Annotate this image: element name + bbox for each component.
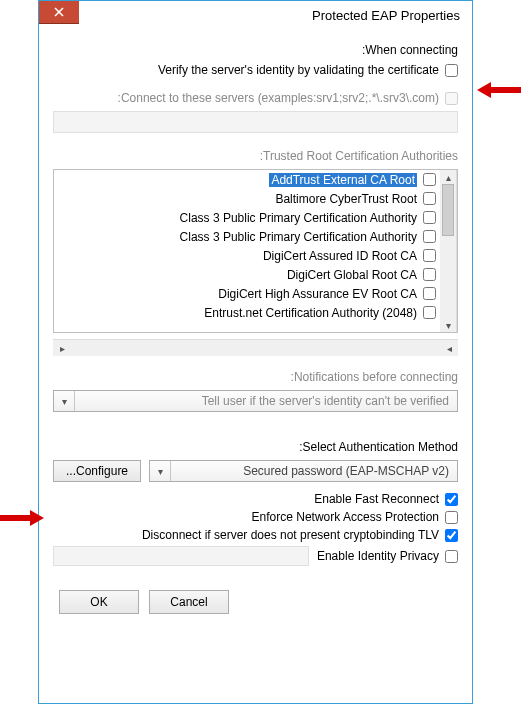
callout-arrow-configure	[0, 510, 42, 526]
ca-item[interactable]: Class 3 Public Primary Certification Aut…	[54, 227, 440, 246]
ca-item[interactable]: Baltimore CyberTrust Root	[54, 189, 440, 208]
ca-item-label: Class 3 Public Primary Certification Aut…	[180, 230, 417, 244]
ca-item-checkbox[interactable]	[423, 230, 436, 243]
ca-item-checkbox[interactable]	[423, 249, 436, 262]
close-button[interactable]	[39, 1, 79, 24]
ca-item-label: DigiCert Assured ID Root CA	[263, 249, 417, 263]
connect-servers-input	[445, 92, 458, 105]
ca-item[interactable]: DigiCert Assured ID Root CA	[54, 246, 440, 265]
identity-privacy-checkbox[interactable]: Enable Identity Privacy	[317, 549, 458, 563]
ca-item-label: Baltimore CyberTrust Root	[275, 192, 417, 206]
peap-properties-dialog: Protected EAP Properties When connecting…	[38, 0, 473, 704]
ca-item-checkbox[interactable]	[423, 211, 436, 224]
ok-button-label: OK	[90, 595, 107, 609]
cryptobinding-input[interactable]	[445, 529, 458, 542]
cryptobinding-checkbox[interactable]: Disconnect if server does not present cr…	[53, 528, 458, 542]
scroll-up-icon[interactable]: ▴	[441, 170, 455, 184]
ca-item-label: Entrust.net Certification Authority (204…	[204, 306, 417, 320]
ca-item-label: DigiCert Global Root CA	[287, 268, 417, 282]
chevron-down-icon[interactable]: ▾	[150, 461, 171, 481]
auth-method-value: Secured password (EAP-MSCHAP v2)	[171, 461, 457, 481]
notifications-value: Tell user if the server's identity can't…	[75, 391, 457, 411]
scroll-right-icon[interactable]: ▸	[55, 342, 69, 354]
ca-item[interactable]: AddTrust External CA Root	[54, 170, 440, 189]
window-title: Protected EAP Properties	[39, 8, 460, 23]
verify-identity-label: Verify the server's identity by validati…	[158, 63, 439, 77]
connect-servers-label: Connect to these servers (examples:srv1;…	[118, 91, 439, 105]
ca-item-checkbox[interactable]	[423, 287, 436, 300]
close-icon	[54, 7, 64, 17]
notifications-label: Notifications before connecting:	[53, 370, 458, 384]
vertical-scrollbar[interactable]: ▴ ▾	[440, 170, 457, 332]
identity-privacy-label: Enable Identity Privacy	[317, 549, 439, 563]
auth-method-label: Select Authentication Method:	[53, 440, 458, 454]
ca-item-checkbox[interactable]	[423, 306, 436, 319]
connect-servers-checkbox: Connect to these servers (examples:srv1;…	[53, 91, 458, 105]
scroll-thumb[interactable]	[442, 184, 454, 236]
ok-button[interactable]: OK	[59, 590, 139, 614]
chevron-down-icon: ▾	[54, 391, 75, 411]
auth-method-dropdown[interactable]: Secured password (EAP-MSCHAP v2) ▾	[149, 460, 458, 482]
nap-input[interactable]	[445, 511, 458, 524]
ca-item-label: DigiCert High Assurance EV Root CA	[218, 287, 417, 301]
scroll-down-icon[interactable]: ▾	[441, 318, 455, 332]
scroll-left-icon[interactable]: ◂	[442, 342, 456, 354]
ca-item-checkbox[interactable]	[423, 173, 436, 186]
fast-reconnect-checkbox[interactable]: Enable Fast Reconnect	[53, 492, 458, 506]
verify-identity-input[interactable]	[445, 64, 458, 77]
fast-reconnect-label: Enable Fast Reconnect	[314, 492, 439, 506]
ca-item[interactable]: Entrust.net Certification Authority (204…	[54, 303, 440, 322]
identity-privacy-field	[53, 546, 309, 566]
when-connecting-label: When connecting:	[53, 43, 458, 57]
trusted-root-label: Trusted Root Certification Authorities:	[53, 149, 458, 163]
ca-item[interactable]: DigiCert Global Root CA	[54, 265, 440, 284]
callout-arrow-verify	[479, 82, 521, 98]
ca-item-label: Class 3 Public Primary Certification Aut…	[180, 211, 417, 225]
cryptobinding-label: Disconnect if server does not present cr…	[142, 528, 439, 542]
connect-servers-field	[53, 111, 458, 133]
nap-label: Enforce Network Access Protection	[252, 510, 439, 524]
notifications-dropdown: Tell user if the server's identity can't…	[53, 390, 458, 412]
ca-item-checkbox[interactable]	[423, 268, 436, 281]
nap-checkbox[interactable]: Enforce Network Access Protection	[53, 510, 458, 524]
titlebar: Protected EAP Properties	[39, 1, 472, 29]
ca-item[interactable]: Class 3 Public Primary Certification Aut…	[54, 208, 440, 227]
ca-item-checkbox[interactable]	[423, 192, 436, 205]
identity-privacy-input[interactable]	[445, 550, 458, 563]
horizontal-scrollbar[interactable]: ▸ ◂	[53, 339, 458, 356]
trusted-root-listbox[interactable]: AddTrust External CA RootBaltimore Cyber…	[53, 169, 458, 333]
configure-button-label: Configure...	[66, 464, 128, 478]
verify-identity-checkbox[interactable]: Verify the server's identity by validati…	[53, 63, 458, 77]
cancel-button[interactable]: Cancel	[149, 590, 229, 614]
cancel-button-label: Cancel	[170, 595, 207, 609]
configure-button[interactable]: Configure...	[53, 460, 141, 482]
fast-reconnect-input[interactable]	[445, 493, 458, 506]
ca-item[interactable]: DigiCert High Assurance EV Root CA	[54, 284, 440, 303]
ca-item-label: AddTrust External CA Root	[269, 173, 417, 187]
